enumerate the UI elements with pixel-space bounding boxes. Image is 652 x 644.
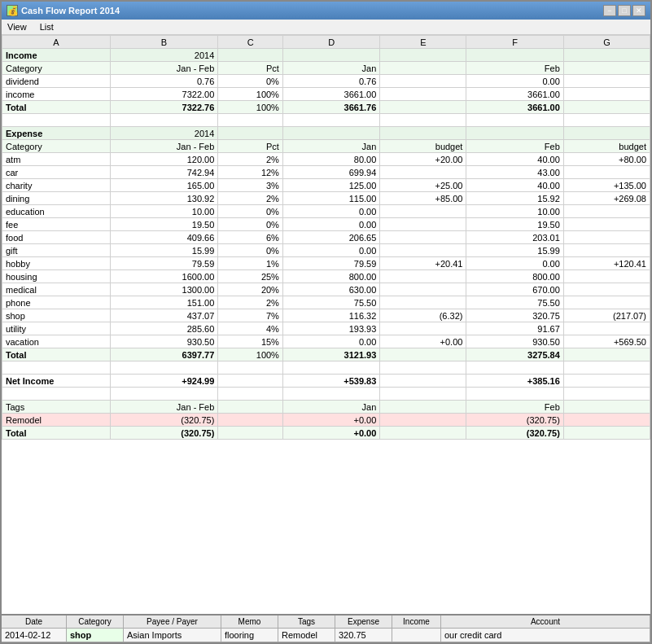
expense-dining-f: 15.92 xyxy=(466,192,563,205)
expense-cat-e: budget xyxy=(380,140,466,153)
expense-hobby-e: +20.41 xyxy=(380,257,466,270)
expense-charity-g: +135.00 xyxy=(563,179,650,192)
col-header-e: E xyxy=(380,36,466,49)
expense-hobby-c: 1% xyxy=(218,257,283,270)
expense-shop-f: 320.75 xyxy=(466,309,563,322)
expense-vacation-a: vacation xyxy=(2,335,111,348)
income-row-income-b: 7322.00 xyxy=(110,88,218,101)
expense-cat-c: Pct xyxy=(218,140,283,153)
expense-phone-c: 2% xyxy=(218,296,283,309)
expense-housing-b: 1600.00 xyxy=(110,270,218,283)
expense-phone-g xyxy=(563,296,650,309)
bottom-expense: 320.75 xyxy=(335,629,392,642)
expense-total-c: 100% xyxy=(218,348,283,361)
expense-vacation-c: 15% xyxy=(218,335,283,348)
expense-housing-f: 800.00 xyxy=(466,270,563,283)
bottom-header-tags: Tags xyxy=(278,616,335,628)
expense-dining-b: 130.92 xyxy=(110,192,218,205)
expense-atm-e: +20.00 xyxy=(380,153,466,166)
expense-fee-g xyxy=(563,218,650,231)
expense-car-d: 699.94 xyxy=(282,166,379,179)
income-row-income-c: 100% xyxy=(218,88,283,101)
expense-shop-a: shop xyxy=(2,309,111,322)
expense-utility-g xyxy=(563,322,650,335)
minimize-button[interactable]: − xyxy=(603,5,616,16)
income-cat-c: Pct xyxy=(218,62,283,75)
income-row-income-f: 3661.00 xyxy=(466,88,563,101)
expense-dining-g: +269.08 xyxy=(563,192,650,205)
close-button[interactable]: ✕ xyxy=(632,5,645,16)
expense-education-a: education xyxy=(2,205,111,218)
bottom-category[interactable]: shop xyxy=(67,629,124,642)
bottom-header-memo: Memo xyxy=(221,616,278,628)
menu-view[interactable]: View xyxy=(5,21,29,33)
expense-cat-d: Jan xyxy=(282,140,379,153)
expense-vacation-d: 0.00 xyxy=(282,335,379,348)
bottom-income xyxy=(392,629,441,642)
bottom-tags: Remodel xyxy=(278,629,335,642)
expense-education-e xyxy=(380,205,466,218)
expense-utility-b: 285.60 xyxy=(110,322,218,335)
income-cat-label: Category xyxy=(2,62,111,75)
net-income-f: +385.16 xyxy=(466,375,563,388)
net-income-label: Net Income xyxy=(2,375,111,388)
maximize-button[interactable]: □ xyxy=(618,5,631,16)
expense-year: 2014 xyxy=(110,127,218,140)
expense-shop-b: 437.07 xyxy=(110,309,218,322)
expense-dining-c: 2% xyxy=(218,192,283,205)
expense-cat-label: Category xyxy=(2,140,111,153)
expense-hobby-a: hobby xyxy=(2,257,111,270)
bottom-account[interactable]: our credit card xyxy=(441,629,650,642)
expense-medical-e xyxy=(380,283,466,296)
expense-charity-d: 125.00 xyxy=(282,179,379,192)
expense-car-f: 43.00 xyxy=(466,166,563,179)
expense-cat-g: budget xyxy=(563,140,650,153)
expense-fee-e xyxy=(380,218,466,231)
expense-charity-e: +25.00 xyxy=(380,179,466,192)
expense-atm-b: 120.00 xyxy=(110,153,218,166)
expense-medical-f: 670.00 xyxy=(466,283,563,296)
bottom-header-income: Income xyxy=(392,616,441,628)
col-header-g: G xyxy=(563,36,650,49)
bottom-header-account: Account xyxy=(441,616,650,628)
expense-total-d: 3121.93 xyxy=(282,348,379,361)
income-title: Income xyxy=(2,49,111,62)
expense-education-b: 10.00 xyxy=(110,205,218,218)
tags-remodel-a: Remodel xyxy=(2,414,111,427)
expense-food-d: 206.65 xyxy=(282,231,379,244)
col-header-a: A xyxy=(2,36,111,49)
expense-gift-b: 15.99 xyxy=(110,244,218,257)
expense-vacation-f: 930.50 xyxy=(466,335,563,348)
expense-education-g xyxy=(563,205,650,218)
menu-list[interactable]: List xyxy=(37,21,56,33)
expense-charity-c: 3% xyxy=(218,179,283,192)
tags-label: Tags xyxy=(2,401,111,414)
tags-f: Feb xyxy=(466,401,563,414)
expense-food-f: 203.01 xyxy=(466,231,563,244)
income-cat-d: Jan xyxy=(282,62,379,75)
tags-total-b: (320.75) xyxy=(110,427,218,440)
expense-housing-g xyxy=(563,270,650,283)
expense-atm-g: +80.00 xyxy=(563,153,650,166)
expense-shop-e: (6.32) xyxy=(380,309,466,322)
income-row-dividend-c: 0% xyxy=(218,75,283,88)
expense-medical-a: medical xyxy=(2,283,111,296)
expense-atm-d: 80.00 xyxy=(282,153,379,166)
bottom-header-date: Date xyxy=(2,616,67,628)
expense-atm-a: atm xyxy=(2,153,111,166)
expense-gift-d: 0.00 xyxy=(282,244,379,257)
expense-atm-f: 40.00 xyxy=(466,153,563,166)
income-total-b: 7322.76 xyxy=(110,101,218,114)
main-content[interactable]: A B C D E F G Income 2014 C xyxy=(2,35,650,614)
expense-medical-b: 1300.00 xyxy=(110,283,218,296)
expense-education-f: 10.00 xyxy=(466,205,563,218)
expense-medical-c: 20% xyxy=(218,283,283,296)
expense-fee-b: 19.50 xyxy=(110,218,218,231)
expense-medical-g xyxy=(563,283,650,296)
bottom-data-row[interactable]: 2014-02-12 shop Asian Imports flooring R… xyxy=(2,629,650,642)
bottom-panel: Date Category Payee / Payer Memo Tags Ex… xyxy=(2,614,650,642)
bottom-header-expense: Expense xyxy=(335,616,392,628)
expense-car-a: car xyxy=(2,166,111,179)
expense-fee-c: 0% xyxy=(218,218,283,231)
expense-total-e xyxy=(380,348,466,361)
